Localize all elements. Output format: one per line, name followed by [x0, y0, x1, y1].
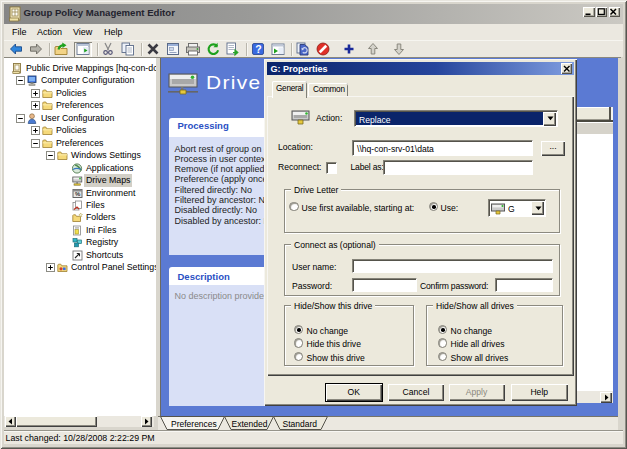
svg-text:Extended: Extended: [232, 418, 268, 428]
svg-text:Standard: Standard: [283, 418, 318, 428]
svg-text:?: ?: [255, 43, 261, 55]
svg-text:%: %: [75, 191, 81, 197]
svg-text:Preferences: Preferences: [171, 418, 217, 428]
